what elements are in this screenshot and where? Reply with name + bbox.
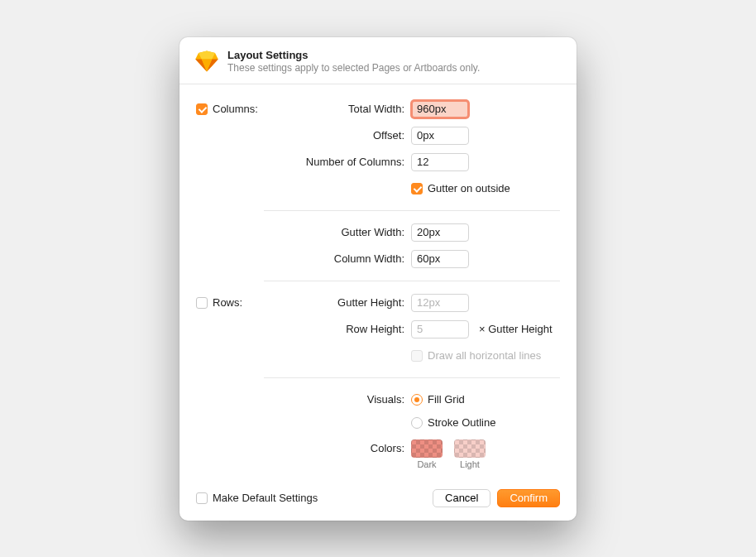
gutter-outside-checkbox[interactable]	[411, 183, 423, 194]
draw-lines-checkbox[interactable]	[411, 350, 423, 362]
gutter-height-input[interactable]	[411, 294, 469, 312]
draw-lines-label: Draw all horizontal lines	[428, 349, 541, 362]
visuals-label: Visuals:	[264, 393, 411, 406]
rows-section-label: Rows:	[213, 296, 242, 309]
column-width-label: Column Width:	[264, 252, 411, 265]
column-width-input[interactable]	[411, 250, 469, 268]
make-default-label: Make Default Settings	[213, 492, 318, 504]
visuals-stroke-label: Stroke Outline	[428, 416, 495, 429]
sketch-app-icon	[194, 49, 219, 74]
rows-checkbox[interactable]	[196, 297, 208, 309]
cancel-button[interactable]: Cancel	[433, 489, 490, 507]
total-width-label: Total Width:	[264, 103, 411, 115]
row-height-input[interactable]	[411, 320, 469, 339]
offset-input[interactable]	[411, 127, 469, 145]
color-swatch-light-caption: Light	[460, 459, 480, 469]
color-swatch-dark[interactable]	[411, 439, 443, 458]
gutter-width-input[interactable]	[411, 223, 469, 242]
total-width-input[interactable]	[411, 100, 469, 118]
colors-label: Colors:	[264, 439, 411, 454]
panel-subtitle: These settings apply to selected Pages o…	[227, 62, 480, 74]
divider	[264, 377, 560, 378]
visuals-stroke-radio[interactable]	[411, 417, 423, 429]
num-columns-label: Number of Columns:	[264, 156, 411, 168]
color-swatch-dark-caption: Dark	[417, 459, 436, 469]
color-swatch-light[interactable]	[454, 439, 486, 458]
columns-section-label: Columns:	[213, 103, 258, 115]
layout-settings-panel: Layout Settings These settings apply to …	[179, 37, 577, 521]
visuals-fill-label: Fill Grid	[428, 393, 465, 406]
offset-label: Offset:	[264, 129, 411, 142]
confirm-button[interactable]: Confirm	[497, 489, 560, 507]
row-height-label: Row Height:	[264, 323, 411, 335]
panel-header: Layout Settings These settings apply to …	[179, 37, 577, 84]
panel-title: Layout Settings	[227, 49, 480, 61]
row-height-suffix: × Gutter Height	[479, 323, 553, 335]
panel-footer: Make Default Settings Cancel Confirm	[179, 481, 577, 521]
num-columns-input[interactable]	[411, 153, 469, 171]
columns-checkbox[interactable]	[196, 103, 208, 115]
gutter-width-label: Gutter Width:	[264, 226, 411, 238]
visuals-fill-radio[interactable]	[411, 394, 423, 406]
make-default-checkbox[interactable]	[196, 492, 208, 504]
divider	[264, 210, 560, 211]
gutter-outside-label: Gutter on outside	[428, 182, 510, 194]
gutter-height-label: Gutter Height:	[264, 296, 411, 309]
divider	[264, 281, 560, 281]
